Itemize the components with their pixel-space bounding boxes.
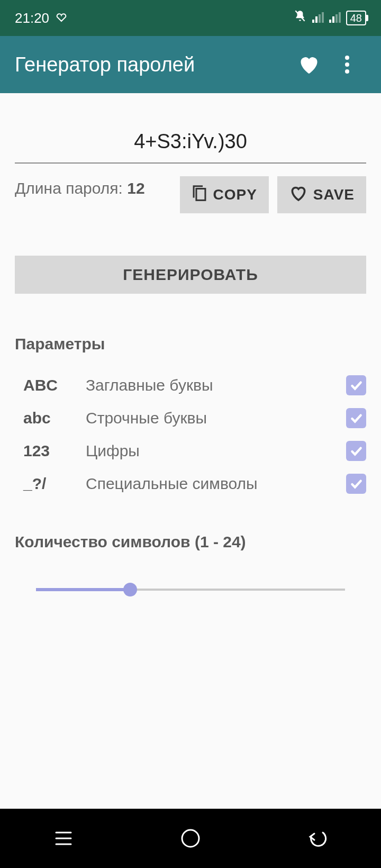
svg-rect-12 — [196, 188, 205, 200]
generate-button[interactable]: ГЕНЕРИРОВАТЬ — [15, 256, 366, 294]
slider-thumb[interactable] — [123, 583, 137, 596]
app-bar: Генератор паролей — [0, 36, 381, 93]
mute-icon — [293, 10, 307, 27]
svg-rect-4 — [322, 12, 324, 23]
svg-rect-1 — [312, 20, 314, 23]
signal-icon — [312, 10, 324, 26]
battery-indicator: 48 — [346, 11, 366, 25]
copy-label: COPY — [213, 186, 257, 203]
copy-button[interactable]: COPY — [180, 176, 268, 213]
svg-point-10 — [345, 62, 349, 67]
signal2-icon — [329, 10, 341, 26]
svg-rect-6 — [332, 16, 334, 23]
copy-icon — [192, 184, 207, 206]
save-label: SAVE — [313, 186, 355, 203]
option-uppercase[interactable]: ABC Заглавные буквы — [23, 369, 366, 402]
status-time: 21:20 — [15, 10, 49, 26]
options-list: ABC Заглавные буквы abc Строчные буквы 1… — [15, 369, 366, 500]
params-heading: Параметры — [15, 335, 366, 353]
favorites-button[interactable] — [290, 46, 328, 84]
heart-icon — [289, 185, 308, 205]
app-title: Генератор паролей — [15, 53, 290, 76]
svg-rect-5 — [329, 20, 331, 23]
system-nav-bar — [0, 809, 381, 868]
svg-point-9 — [345, 56, 349, 60]
menu-button[interactable] — [328, 46, 366, 84]
length-slider[interactable] — [36, 582, 345, 598]
option-lowercase[interactable]: abc Строчные буквы — [23, 402, 366, 435]
back-button[interactable] — [296, 817, 339, 860]
svg-rect-3 — [319, 14, 321, 23]
length-slider-heading: Количество символов (1 - 24) — [15, 533, 366, 551]
recents-button[interactable] — [42, 817, 85, 860]
checkbox-lowercase[interactable] — [346, 408, 366, 428]
checkbox-uppercase[interactable] — [346, 375, 366, 395]
svg-rect-8 — [339, 12, 341, 23]
home-button[interactable] — [169, 817, 212, 860]
checkbox-digits[interactable] — [346, 441, 366, 461]
option-digits[interactable]: 123 Цифры — [23, 435, 366, 467]
fit-icon — [56, 10, 67, 26]
svg-point-16 — [182, 830, 199, 847]
svg-point-11 — [345, 69, 349, 74]
status-bar: 21:20 48 — [0, 0, 381, 36]
svg-rect-2 — [315, 16, 318, 23]
option-special[interactable]: _?/ Специальные символы — [23, 467, 366, 500]
svg-rect-7 — [335, 14, 338, 23]
checkbox-special[interactable] — [346, 474, 366, 494]
password-length-label: Длина пароля: 12 — [15, 176, 180, 197]
save-button[interactable]: SAVE — [277, 176, 366, 213]
password-output[interactable]: 4+S3:iYv.)30 — [15, 121, 366, 164]
